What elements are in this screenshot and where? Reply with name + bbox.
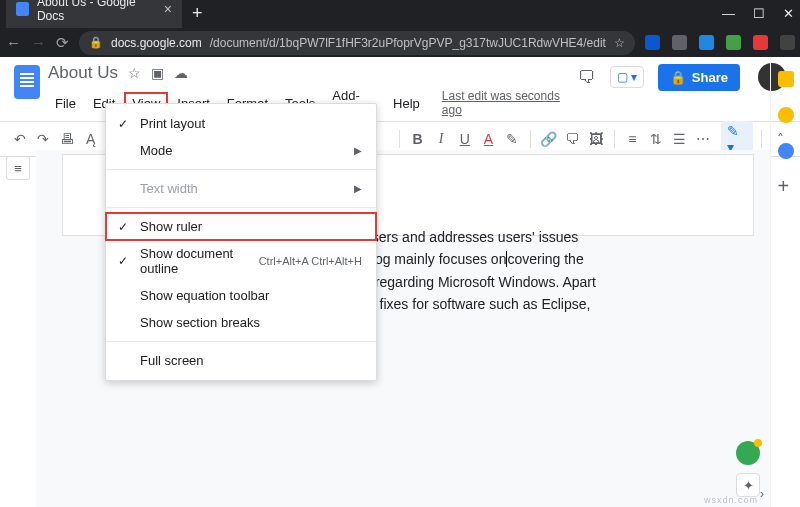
keep-addon-icon[interactable] bbox=[778, 107, 794, 123]
url-host: docs.google.com bbox=[111, 36, 202, 50]
menu-show-equation-toolbar[interactable]: Show equation toolbar bbox=[106, 282, 376, 309]
explore-icon[interactable]: ✦ bbox=[736, 473, 760, 497]
add-comment-icon[interactable]: 🗨 bbox=[562, 131, 582, 147]
menu-mode[interactable]: Mode ▶ bbox=[106, 137, 376, 164]
line-spacing-icon[interactable]: ⇅ bbox=[646, 131, 666, 147]
italic-icon[interactable]: I bbox=[431, 131, 451, 147]
menu-show-ruler[interactable]: ✓ Show ruler bbox=[106, 213, 376, 240]
reload-icon[interactable]: ⟳ bbox=[56, 34, 69, 52]
horizontal-scroll-icon[interactable]: › bbox=[760, 487, 764, 501]
docs-favicon bbox=[16, 2, 29, 16]
insert-image-icon[interactable]: 🖼 bbox=[586, 131, 606, 147]
undo-icon[interactable]: ↶ bbox=[10, 131, 30, 147]
highlight-icon[interactable]: ✎ bbox=[502, 131, 522, 147]
extension-icon[interactable] bbox=[645, 35, 660, 50]
redo-icon[interactable]: ↷ bbox=[34, 131, 54, 147]
menu-text-width[interactable]: Text width ▶ bbox=[106, 175, 376, 202]
outline-toggle-icon[interactable]: ≡ bbox=[6, 156, 30, 180]
submenu-arrow-icon: ▶ bbox=[354, 183, 362, 194]
more-icon[interactable]: ⋯ bbox=[693, 131, 713, 147]
check-icon: ✓ bbox=[116, 254, 130, 268]
browser-tab[interactable]: About Us - Google Docs × bbox=[6, 0, 182, 28]
document-title[interactable]: About Us bbox=[48, 63, 118, 83]
extension-icon[interactable] bbox=[726, 35, 741, 50]
present-button[interactable]: ▢ ▾ bbox=[610, 66, 644, 88]
window-maximize-icon[interactable]: ☐ bbox=[753, 6, 765, 21]
submenu-arrow-icon: ▶ bbox=[354, 145, 362, 156]
extension-icon[interactable] bbox=[672, 35, 687, 50]
extension-icon[interactable] bbox=[699, 35, 714, 50]
star-icon[interactable]: ☆ bbox=[128, 65, 141, 81]
check-icon: ✓ bbox=[116, 220, 130, 234]
new-tab-button[interactable]: + bbox=[192, 3, 203, 24]
window-close-icon[interactable]: ✕ bbox=[783, 6, 794, 21]
comment-history-icon[interactable]: 🗨 bbox=[578, 67, 596, 88]
share-button[interactable]: 🔒 Share bbox=[658, 64, 740, 91]
menu-show-outline[interactable]: ✓ Show document outline Ctrl+Alt+A Ctrl+… bbox=[106, 240, 376, 282]
docs-logo-icon[interactable] bbox=[14, 65, 40, 99]
tasks-addon-icon[interactable] bbox=[778, 143, 794, 159]
insert-link-icon[interactable]: 🔗 bbox=[539, 131, 559, 147]
bookmark-icon[interactable]: ☆ bbox=[614, 36, 625, 50]
bold-icon[interactable]: B bbox=[408, 131, 428, 147]
underline-icon[interactable]: U bbox=[455, 131, 475, 147]
watermark: wsxdn.com bbox=[704, 495, 758, 505]
share-label: Share bbox=[692, 70, 728, 85]
add-addon-icon[interactable]: + bbox=[778, 179, 794, 193]
align-icon[interactable]: ≡ bbox=[623, 131, 643, 147]
menu-show-section-breaks[interactable]: Show section breaks bbox=[106, 309, 376, 336]
cloud-status-icon[interactable]: ☁ bbox=[174, 65, 188, 81]
side-panel: + bbox=[770, 57, 800, 507]
lock-icon: 🔒 bbox=[89, 36, 103, 49]
check-icon: ✓ bbox=[116, 117, 130, 131]
document-body-text[interactable]: users and addresses users' issues blog m… bbox=[364, 226, 734, 316]
spellcheck-icon[interactable]: Ą bbox=[81, 131, 101, 147]
url-path: /document/d/1bqPW7lF1fHF3r2uPfoprVgPVP_g… bbox=[210, 36, 606, 50]
window-minimize-icon[interactable]: — bbox=[722, 6, 735, 21]
last-edit-link[interactable]: Last edit was seconds ago bbox=[442, 89, 570, 117]
tab-title: About Us - Google Docs bbox=[37, 0, 156, 23]
close-tab-icon[interactable]: × bbox=[164, 2, 172, 16]
address-bar[interactable]: 🔒 docs.google.com/document/d/1bqPW7lF1fH… bbox=[79, 31, 635, 55]
menu-help[interactable]: Help bbox=[386, 93, 427, 114]
view-menu-dropdown: ✓ Print layout Mode ▶ Text width ▶ ✓ Sho… bbox=[105, 103, 377, 381]
lock-icon: 🔒 bbox=[670, 70, 686, 85]
menu-print-layout[interactable]: ✓ Print layout bbox=[106, 110, 376, 137]
forward-icon[interactable]: → bbox=[31, 34, 46, 51]
print-icon[interactable]: 🖶 bbox=[57, 131, 77, 147]
extension-icon[interactable] bbox=[753, 35, 768, 50]
move-icon[interactable]: ▣ bbox=[151, 65, 164, 81]
extensions-menu-icon[interactable] bbox=[780, 35, 795, 50]
grammarly-icon[interactable] bbox=[736, 441, 760, 465]
menu-file[interactable]: File bbox=[48, 93, 83, 114]
list-icon[interactable]: ☰ bbox=[670, 131, 690, 147]
back-icon[interactable]: ← bbox=[6, 34, 21, 51]
calendar-addon-icon[interactable] bbox=[778, 71, 794, 87]
text-color-icon[interactable]: A bbox=[479, 131, 499, 147]
menu-full-screen[interactable]: Full screen bbox=[106, 347, 376, 374]
